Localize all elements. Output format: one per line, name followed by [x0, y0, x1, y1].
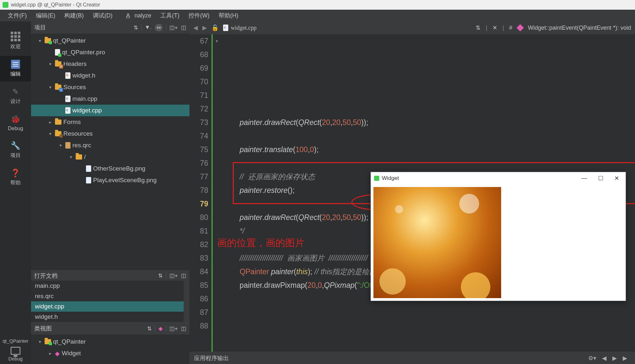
- class-icon[interactable]: ◆: [158, 325, 163, 332]
- annotation-text: 画的位置，画的图片: [217, 236, 305, 250]
- minimize-icon[interactable]: —: [581, 175, 587, 182]
- class-view-header: 类视图 ⇅ ◆ ◫+ ◫: [31, 322, 189, 335]
- line-gutter[interactable]: 6768697071727374757677787980818283848586…: [189, 34, 213, 352]
- window-titlebar: widget.cpp @ qt_QPainter - Qt Creator: [0, 0, 635, 10]
- footer-mode: Debug: [3, 356, 28, 361]
- filter-icon[interactable]: ▼.: [145, 24, 152, 31]
- output-prev-icon[interactable]: ◀: [602, 355, 607, 362]
- bug-icon: 🐞: [11, 115, 20, 124]
- link-icon[interactable]: ⇔: [155, 24, 163, 31]
- sort-icon[interactable]: ⇅: [147, 325, 152, 332]
- split-icon[interactable]: ◫: [181, 325, 186, 332]
- output-run-icon[interactable]: ▶: [623, 355, 627, 362]
- menu-debug[interactable]: 调试(D): [88, 10, 117, 21]
- class-view-panel: 类视图 ⇅ ◆ ◫+ ◫ ▾qt_QPainter▸◆Widget: [31, 322, 189, 364]
- open-doc-item[interactable]: res.qrc: [31, 291, 184, 301]
- widget-preview-window[interactable]: Widget — ☐ ✕: [371, 172, 626, 301]
- rendered-pixmap: [373, 187, 501, 298]
- tree-row[interactable]: ▾Sources: [31, 81, 189, 93]
- nav-fwd-icon[interactable]: ▶: [202, 24, 207, 31]
- tree-row[interactable]: widget.h: [31, 70, 189, 81]
- tree-row[interactable]: OtherSceneBg.png: [31, 163, 189, 174]
- tree-row[interactable]: qt_QPainter.pro: [31, 47, 189, 58]
- project-panel-header: 项目 ⇅ ▼. ⇔ ◫+ ◫: [31, 21, 189, 34]
- sort-icon[interactable]: ⇅: [158, 272, 163, 279]
- menu-edit[interactable]: 编辑(E): [31, 10, 60, 21]
- maximize-icon[interactable]: ☐: [598, 175, 603, 182]
- open-doc-item[interactable]: widget.h: [31, 312, 184, 322]
- monitor-icon: [11, 347, 20, 355]
- widget-window-title: Widget: [382, 175, 399, 182]
- side-panel: 项目 ⇅ ▼. ⇔ ◫+ ◫ ▾qt_QPainterqt_QPainter.p…: [31, 21, 189, 364]
- tree-row[interactable]: ▾qt_QPainter: [31, 35, 189, 47]
- project-panel-title[interactable]: 项目: [34, 24, 46, 31]
- mode-bar: 欢迎 编辑 ✎ 设计 🐞 Debug 🔧 项目 ❓ 帮助 qt_QPainter…: [0, 21, 31, 364]
- class-view-title[interactable]: 类视图: [34, 325, 52, 332]
- tree-row[interactable]: main.cpp: [31, 93, 189, 105]
- mode-edit-label: 编辑: [10, 71, 21, 78]
- menu-build[interactable]: 构建(B): [60, 10, 88, 21]
- mode-welcome[interactable]: 欢迎: [0, 28, 31, 54]
- project-tree[interactable]: ▾qt_QPainterqt_QPainter.pro▾Headerswidge…: [31, 34, 189, 270]
- mode-debug-label: Debug: [8, 126, 23, 131]
- widget-window-titlebar[interactable]: Widget — ☐ ✕: [371, 172, 626, 184]
- window-title: widget.cpp @ qt_QPainter - Qt Creator: [11, 2, 100, 8]
- mode-design[interactable]: ✎ 设计: [0, 83, 31, 109]
- file-tab[interactable]: widget.cpp: [223, 25, 256, 31]
- menu-analyze[interactable]: Analyze: [117, 10, 156, 21]
- open-docs-list[interactable]: main.cppres.qrcwidget.cppwidget.h: [31, 281, 184, 322]
- editor-area: ◀ ▶ 🔓 widget.cpp ⇅ | ✕ | # Widget::paint…: [189, 21, 635, 364]
- tree-row[interactable]: ▾/: [31, 151, 189, 163]
- close-icon[interactable]: ✕: [492, 24, 497, 31]
- nav-back-icon[interactable]: ◀: [193, 24, 198, 31]
- tree-row[interactable]: ▾res.qrc: [31, 140, 189, 151]
- split-add-icon[interactable]: ◫+: [169, 325, 178, 332]
- output-next-icon[interactable]: ▶: [612, 355, 617, 362]
- open-doc-item[interactable]: main.cpp: [31, 281, 184, 291]
- tree-row[interactable]: ▾qt_QPainter: [31, 336, 189, 348]
- output-label[interactable]: 应用程序输出: [194, 354, 229, 362]
- open-doc-item[interactable]: widget.cpp: [31, 301, 184, 312]
- tree-row[interactable]: ▸Forms: [31, 116, 189, 128]
- output-filter-icon[interactable]: ⚙▾: [588, 355, 596, 362]
- help-icon: ❓: [11, 169, 20, 178]
- tree-row[interactable]: PlayLevelSceneBg.png: [31, 174, 189, 186]
- tree-row[interactable]: widget.cpp: [31, 105, 189, 116]
- hash-symbol[interactable]: #: [509, 25, 512, 31]
- open-docs-title[interactable]: 打开文档: [34, 272, 58, 280]
- menu-file[interactable]: 文件(F): [3, 10, 31, 21]
- breadcrumb-method[interactable]: Widget::paintEvent(QPaintEvent *): void: [528, 25, 631, 31]
- method-icon: [517, 24, 524, 32]
- mode-debug[interactable]: 🐞 Debug: [0, 111, 31, 135]
- split-add-icon[interactable]: ◫+: [169, 272, 178, 279]
- sort-icon[interactable]: ⇅: [134, 24, 138, 31]
- class-view-tree[interactable]: ▾qt_QPainter▸◆Widget: [31, 335, 189, 364]
- mode-design-label: 设计: [10, 98, 21, 105]
- open-docs-header: 打开文档 ⇅ ◫+ ◫: [31, 271, 189, 281]
- tree-row[interactable]: ▾Resources: [31, 128, 189, 140]
- mode-help[interactable]: ❓ 帮助: [0, 165, 31, 190]
- tree-row[interactable]: ▾Headers: [31, 58, 189, 70]
- mode-footer[interactable]: qt_QPainter Debug: [3, 336, 28, 364]
- menubar: 文件(F) 编辑(E) 构建(B) 调试(D) Analyze 工具(T) 控件…: [0, 10, 635, 21]
- split-icon[interactable]: ◫: [181, 272, 186, 279]
- menu-tools[interactable]: 工具(T): [156, 10, 184, 21]
- mode-help-label: 帮助: [10, 180, 21, 186]
- grid-icon: [11, 32, 20, 41]
- mode-projects[interactable]: 🔧 项目: [0, 137, 31, 163]
- split-add-icon[interactable]: ◫+: [169, 24, 178, 31]
- split-icon[interactable]: ◫: [181, 24, 186, 31]
- pencil-icon: ✎: [11, 87, 20, 96]
- mode-edit[interactable]: 编辑: [0, 56, 31, 81]
- file-tab-label: widget.cpp: [231, 25, 256, 31]
- open-docs-panel: 打开文档 ⇅ ◫+ ◫ main.cppres.qrcwidget.cppwid…: [31, 270, 189, 322]
- sort-icon[interactable]: ⇅: [476, 24, 480, 31]
- menu-widgets[interactable]: 控件(W): [184, 10, 214, 21]
- menu-help[interactable]: 帮助(H): [214, 10, 243, 21]
- close-icon[interactable]: ✕: [614, 175, 619, 182]
- output-bar: 应用程序输出 ⚙▾ ◀ ▶ ▶: [189, 352, 635, 364]
- lock-icon[interactable]: 🔓: [211, 24, 219, 31]
- scrollbar[interactable]: [184, 281, 189, 322]
- fold-column[interactable]: ▾: [213, 34, 221, 352]
- tree-row[interactable]: ▸◆Widget: [31, 348, 189, 359]
